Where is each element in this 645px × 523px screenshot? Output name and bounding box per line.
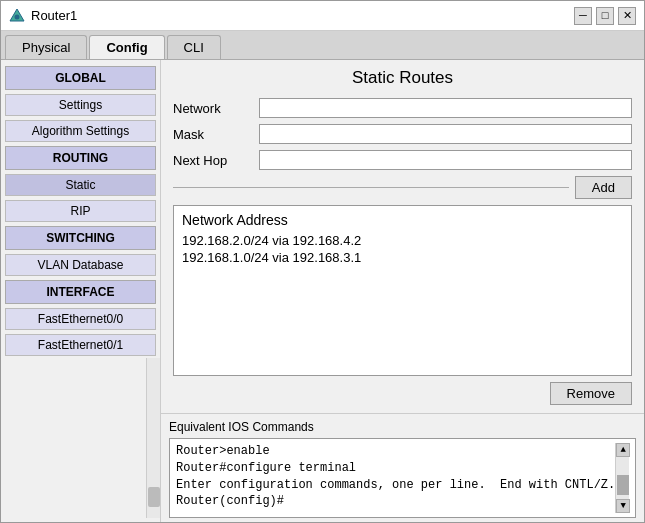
ios-terminal: Router>enable Router#configure terminal … xyxy=(169,438,636,518)
svg-point-1 xyxy=(15,14,20,19)
main-window: Router1 ─ □ ✕ Physical Config CLI GLOBAL… xyxy=(0,0,645,523)
content-title: Static Routes xyxy=(173,68,632,88)
close-button[interactable]: ✕ xyxy=(618,7,636,25)
remove-row: Remove xyxy=(173,382,632,405)
sidebar-item-algorithm-settings[interactable]: Algorithm Settings xyxy=(5,120,156,142)
mask-row: Mask xyxy=(173,124,632,144)
restore-button[interactable]: □ xyxy=(596,7,614,25)
ios-scrollbar[interactable]: ▲ ▼ xyxy=(615,443,629,513)
network-list-container: Network Address 192.168.2.0/24 via 192.1… xyxy=(173,205,632,376)
sidebar-item-static[interactable]: Static xyxy=(5,174,156,196)
window-title: Router1 xyxy=(31,8,574,23)
sidebar-item-fastethernet0-0[interactable]: FastEthernet0/0 xyxy=(5,308,156,330)
ios-text: Router>enable Router#configure terminal … xyxy=(176,443,615,513)
sidebar-item-vlan-database[interactable]: VLAN Database xyxy=(5,254,156,276)
network-list-item-1[interactable]: 192.168.1.0/24 via 192.168.3.1 xyxy=(182,249,623,266)
minimize-button[interactable]: ─ xyxy=(574,7,592,25)
sidebar-scroll-thumb xyxy=(148,487,160,507)
sidebar: GLOBAL Settings Algorithm Settings ROUTI… xyxy=(1,60,161,522)
ios-section: Equivalent IOS Commands Router>enable Ro… xyxy=(161,413,644,522)
sidebar-header-switching: SWITCHING xyxy=(5,226,156,250)
network-row: Network xyxy=(173,98,632,118)
sidebar-item-fastethernet0-1[interactable]: FastEthernet0/1 xyxy=(5,334,156,356)
sidebar-header-interface: INTERFACE xyxy=(5,280,156,304)
add-row: Add xyxy=(173,176,632,199)
nexthop-row: Next Hop xyxy=(173,150,632,170)
ios-scroll-thumb xyxy=(617,475,629,495)
network-input[interactable] xyxy=(259,98,632,118)
mask-input[interactable] xyxy=(259,124,632,144)
ios-label: Equivalent IOS Commands xyxy=(169,420,636,434)
tab-config[interactable]: Config xyxy=(89,35,164,59)
content-panel: Static Routes Network Mask Next Hop xyxy=(161,60,644,413)
app-icon xyxy=(9,8,25,24)
nexthop-input[interactable] xyxy=(259,150,632,170)
network-label: Network xyxy=(173,101,253,116)
remove-button[interactable]: Remove xyxy=(550,382,632,405)
nexthop-label: Next Hop xyxy=(173,153,253,168)
sidebar-header-global: GLOBAL xyxy=(5,66,156,90)
sidebar-header-routing: ROUTING xyxy=(5,146,156,170)
mask-label: Mask xyxy=(173,127,253,142)
network-list-header: Network Address xyxy=(182,212,623,228)
tab-physical[interactable]: Physical xyxy=(5,35,87,59)
sidebar-scrollbar[interactable] xyxy=(146,358,160,518)
title-bar: Router1 ─ □ ✕ xyxy=(1,1,644,31)
add-divider xyxy=(173,187,569,188)
network-list-item-0[interactable]: 192.168.2.0/24 via 192.168.4.2 xyxy=(182,232,623,249)
sidebar-item-rip[interactable]: RIP xyxy=(5,200,156,222)
window-controls: ─ □ ✕ xyxy=(574,7,636,25)
ios-scroll-down-btn[interactable]: ▼ xyxy=(616,499,630,513)
ios-scroll-track xyxy=(616,457,629,499)
main-content: GLOBAL Settings Algorithm Settings ROUTI… xyxy=(1,60,644,522)
add-button[interactable]: Add xyxy=(575,176,632,199)
sidebar-item-settings[interactable]: Settings xyxy=(5,94,156,116)
tab-cli[interactable]: CLI xyxy=(167,35,221,59)
ios-scroll-up-btn[interactable]: ▲ xyxy=(616,443,630,457)
tabs-bar: Physical Config CLI xyxy=(1,31,644,60)
